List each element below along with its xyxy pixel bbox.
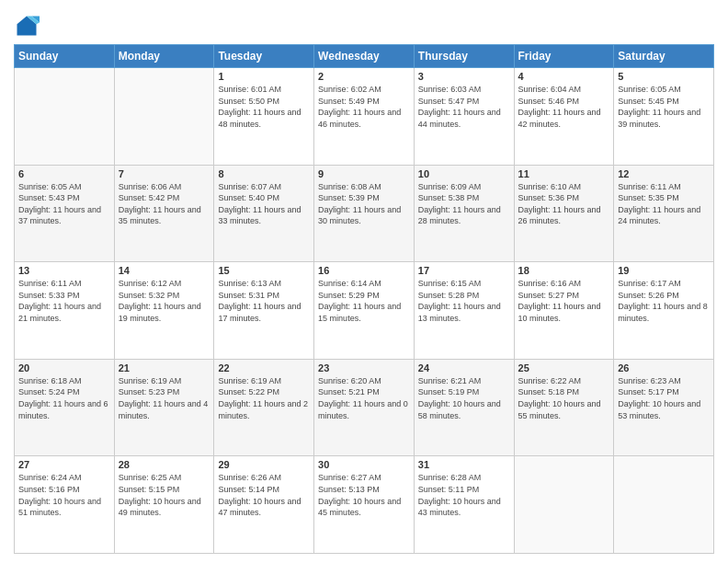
day-info: Sunrise: 6:19 AM Sunset: 5:22 PM Dayligh… xyxy=(218,375,310,421)
day-number: 31 xyxy=(418,459,510,470)
calendar-week-2: 6Sunrise: 6:05 AM Sunset: 5:43 PM Daylig… xyxy=(15,165,714,262)
day-number: 24 xyxy=(418,362,510,373)
calendar-cell: 4Sunrise: 6:04 AM Sunset: 5:46 PM Daylig… xyxy=(514,68,614,166)
day-info: Sunrise: 6:17 AM Sunset: 5:26 PM Dayligh… xyxy=(618,278,710,324)
weekday-header-saturday: Saturday xyxy=(614,45,714,68)
calendar-cell: 2Sunrise: 6:02 AM Sunset: 5:49 PM Daylig… xyxy=(314,68,415,166)
day-number: 13 xyxy=(18,265,110,276)
calendar-week-1: 1Sunrise: 6:01 AM Sunset: 5:50 PM Daylig… xyxy=(15,68,714,166)
day-info: Sunrise: 6:22 AM Sunset: 5:18 PM Dayligh… xyxy=(518,375,610,421)
calendar-cell: 6Sunrise: 6:05 AM Sunset: 5:43 PM Daylig… xyxy=(15,165,115,262)
header xyxy=(14,9,714,39)
day-info: Sunrise: 6:09 AM Sunset: 5:38 PM Dayligh… xyxy=(418,181,510,227)
day-info: Sunrise: 6:05 AM Sunset: 5:43 PM Dayligh… xyxy=(18,181,110,227)
calendar-cell: 7Sunrise: 6:06 AM Sunset: 5:42 PM Daylig… xyxy=(114,165,214,262)
calendar-cell: 26Sunrise: 6:23 AM Sunset: 5:17 PM Dayli… xyxy=(614,359,714,456)
weekday-header-row: SundayMondayTuesdayWednesdayThursdayFrid… xyxy=(15,45,714,68)
day-info: Sunrise: 6:02 AM Sunset: 5:49 PM Dayligh… xyxy=(318,84,410,130)
day-number: 22 xyxy=(218,362,310,373)
day-number: 29 xyxy=(218,459,310,470)
day-info: Sunrise: 6:07 AM Sunset: 5:40 PM Dayligh… xyxy=(218,181,310,227)
day-number: 27 xyxy=(18,459,110,470)
calendar-cell: 11Sunrise: 6:10 AM Sunset: 5:36 PM Dayli… xyxy=(514,165,614,262)
logo-icon xyxy=(14,13,40,39)
day-number: 9 xyxy=(318,168,410,179)
calendar-cell: 27Sunrise: 6:24 AM Sunset: 5:16 PM Dayli… xyxy=(15,456,115,554)
calendar-cell: 28Sunrise: 6:25 AM Sunset: 5:15 PM Dayli… xyxy=(114,456,214,554)
calendar-cell: 20Sunrise: 6:18 AM Sunset: 5:24 PM Dayli… xyxy=(15,359,115,456)
calendar-cell: 22Sunrise: 6:19 AM Sunset: 5:22 PM Dayli… xyxy=(214,359,314,456)
day-number: 10 xyxy=(418,168,510,179)
day-number: 3 xyxy=(418,71,510,82)
day-info: Sunrise: 6:04 AM Sunset: 5:46 PM Dayligh… xyxy=(518,84,610,130)
day-info: Sunrise: 6:08 AM Sunset: 5:39 PM Dayligh… xyxy=(318,181,410,227)
day-info: Sunrise: 6:15 AM Sunset: 5:28 PM Dayligh… xyxy=(418,278,510,324)
day-info: Sunrise: 6:01 AM Sunset: 5:50 PM Dayligh… xyxy=(218,84,310,130)
day-number: 17 xyxy=(418,265,510,276)
weekday-header-friday: Friday xyxy=(514,45,614,68)
calendar-cell xyxy=(114,68,214,166)
weekday-header-sunday: Sunday xyxy=(15,45,115,68)
day-info: Sunrise: 6:26 AM Sunset: 5:14 PM Dayligh… xyxy=(218,472,310,518)
calendar-cell: 8Sunrise: 6:07 AM Sunset: 5:40 PM Daylig… xyxy=(214,165,314,262)
calendar-cell: 17Sunrise: 6:15 AM Sunset: 5:28 PM Dayli… xyxy=(414,262,514,360)
day-info: Sunrise: 6:19 AM Sunset: 5:23 PM Dayligh… xyxy=(119,375,210,421)
day-info: Sunrise: 6:25 AM Sunset: 5:15 PM Dayligh… xyxy=(119,472,210,518)
calendar-cell xyxy=(15,68,115,166)
day-info: Sunrise: 6:03 AM Sunset: 5:47 PM Dayligh… xyxy=(418,84,510,130)
weekday-header-wednesday: Wednesday xyxy=(314,45,415,68)
day-number: 14 xyxy=(119,265,210,276)
day-info: Sunrise: 6:06 AM Sunset: 5:42 PM Dayligh… xyxy=(119,181,210,227)
day-info: Sunrise: 6:21 AM Sunset: 5:19 PM Dayligh… xyxy=(418,375,510,421)
calendar-cell: 9Sunrise: 6:08 AM Sunset: 5:39 PM Daylig… xyxy=(314,165,415,262)
calendar-cell: 19Sunrise: 6:17 AM Sunset: 5:26 PM Dayli… xyxy=(614,262,714,360)
day-info: Sunrise: 6:18 AM Sunset: 5:24 PM Dayligh… xyxy=(18,375,110,421)
day-number: 21 xyxy=(119,362,210,373)
calendar-cell: 10Sunrise: 6:09 AM Sunset: 5:38 PM Dayli… xyxy=(414,165,514,262)
day-number: 23 xyxy=(318,362,410,373)
day-number: 30 xyxy=(318,459,410,470)
calendar-cell: 30Sunrise: 6:27 AM Sunset: 5:13 PM Dayli… xyxy=(314,456,415,554)
calendar-cell: 5Sunrise: 6:05 AM Sunset: 5:45 PM Daylig… xyxy=(614,68,714,166)
day-number: 7 xyxy=(119,168,210,179)
day-number: 1 xyxy=(218,71,310,82)
calendar-cell: 3Sunrise: 6:03 AM Sunset: 5:47 PM Daylig… xyxy=(414,68,514,166)
day-info: Sunrise: 6:13 AM Sunset: 5:31 PM Dayligh… xyxy=(218,278,310,324)
calendar-cell: 21Sunrise: 6:19 AM Sunset: 5:23 PM Dayli… xyxy=(114,359,214,456)
day-info: Sunrise: 6:23 AM Sunset: 5:17 PM Dayligh… xyxy=(618,375,710,421)
calendar-week-3: 13Sunrise: 6:11 AM Sunset: 5:33 PM Dayli… xyxy=(15,262,714,360)
day-info: Sunrise: 6:10 AM Sunset: 5:36 PM Dayligh… xyxy=(518,181,610,227)
calendar-week-4: 20Sunrise: 6:18 AM Sunset: 5:24 PM Dayli… xyxy=(15,359,714,456)
calendar-cell: 29Sunrise: 6:26 AM Sunset: 5:14 PM Dayli… xyxy=(214,456,314,554)
calendar-cell: 15Sunrise: 6:13 AM Sunset: 5:31 PM Dayli… xyxy=(214,262,314,360)
day-info: Sunrise: 6:11 AM Sunset: 5:35 PM Dayligh… xyxy=(618,181,710,227)
day-number: 2 xyxy=(318,71,410,82)
day-number: 8 xyxy=(218,168,310,179)
day-number: 19 xyxy=(618,265,710,276)
calendar-week-5: 27Sunrise: 6:24 AM Sunset: 5:16 PM Dayli… xyxy=(15,456,714,554)
day-info: Sunrise: 6:11 AM Sunset: 5:33 PM Dayligh… xyxy=(18,278,110,324)
day-number: 11 xyxy=(518,168,610,179)
calendar-cell: 31Sunrise: 6:28 AM Sunset: 5:11 PM Dayli… xyxy=(414,456,514,554)
calendar-cell: 1Sunrise: 6:01 AM Sunset: 5:50 PM Daylig… xyxy=(214,68,314,166)
calendar-cell: 24Sunrise: 6:21 AM Sunset: 5:19 PM Dayli… xyxy=(414,359,514,456)
day-number: 5 xyxy=(618,71,710,82)
page: SundayMondayTuesdayWednesdayThursdayFrid… xyxy=(0,0,728,563)
day-number: 25 xyxy=(518,362,610,373)
weekday-header-thursday: Thursday xyxy=(414,45,514,68)
day-number: 15 xyxy=(218,265,310,276)
day-info: Sunrise: 6:14 AM Sunset: 5:29 PM Dayligh… xyxy=(318,278,410,324)
day-info: Sunrise: 6:20 AM Sunset: 5:21 PM Dayligh… xyxy=(318,375,410,421)
day-number: 20 xyxy=(18,362,110,373)
day-info: Sunrise: 6:28 AM Sunset: 5:11 PM Dayligh… xyxy=(418,472,510,518)
day-number: 6 xyxy=(18,168,110,179)
calendar-cell: 16Sunrise: 6:14 AM Sunset: 5:29 PM Dayli… xyxy=(314,262,415,360)
day-info: Sunrise: 6:16 AM Sunset: 5:27 PM Dayligh… xyxy=(518,278,610,324)
day-number: 16 xyxy=(318,265,410,276)
calendar-table: SundayMondayTuesdayWednesdayThursdayFrid… xyxy=(14,44,714,554)
logo xyxy=(14,13,43,39)
calendar-cell: 13Sunrise: 6:11 AM Sunset: 5:33 PM Dayli… xyxy=(15,262,115,360)
day-number: 26 xyxy=(618,362,710,373)
calendar-cell: 23Sunrise: 6:20 AM Sunset: 5:21 PM Dayli… xyxy=(314,359,415,456)
day-number: 18 xyxy=(518,265,610,276)
